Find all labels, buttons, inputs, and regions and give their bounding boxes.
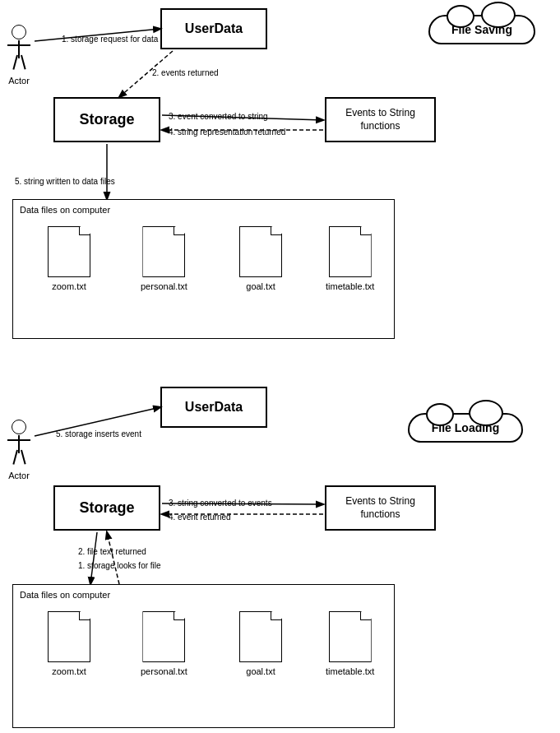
- file-shape-goal-1: [239, 226, 282, 277]
- storage-box-1: Storage: [53, 97, 160, 142]
- userdata-box-2: UserData: [160, 387, 267, 428]
- file-label-timetable-2: timetable.txt: [326, 666, 374, 676]
- arrow-label-1-4: 4. string representation returned: [169, 128, 285, 137]
- actor-leg-right-2: [21, 450, 25, 465]
- diagram-2-section: File Loading Actor UserData Storage Even…: [0, 370, 560, 733]
- cloud-file-loading: File Loading: [408, 413, 523, 443]
- file-shape-timetable-1: [329, 226, 372, 277]
- file-corner-goal-1: [271, 227, 281, 235]
- file-label-timetable-1: timetable.txt: [326, 281, 374, 291]
- actor-2: Actor: [12, 420, 26, 453]
- file-corner-zoom-2: [79, 612, 90, 620]
- file-label-zoom-1: zoom.txt: [52, 281, 86, 291]
- actor-label-1: Actor: [8, 76, 30, 86]
- storage-box-2: Storage: [53, 485, 160, 531]
- file-icon-timetable-2: timetable.txt: [326, 611, 374, 676]
- arrow-label-2-1: 1. storage looks for file: [78, 561, 161, 570]
- file-icon-goal-1: goal.txt: [239, 226, 282, 291]
- actor-label-2: Actor: [8, 471, 30, 480]
- arrow-label-1-1: 1. storage request for data: [62, 35, 158, 44]
- file-shape-personal-2: [142, 611, 185, 662]
- file-shape-timetable-2: [329, 611, 372, 662]
- file-corner-timetable-1: [360, 227, 371, 235]
- file-shape-goal-2: [239, 611, 282, 662]
- file-label-zoom-2: zoom.txt: [52, 666, 86, 676]
- file-shape-zoom-2: [48, 611, 90, 662]
- file-corner-zoom-1: [79, 227, 90, 235]
- arrow-label-2-3: 3. string converted to events: [169, 499, 272, 508]
- actor-body-2: [18, 435, 20, 453]
- arrow-label-1-5: 5. string written to data files: [15, 177, 115, 186]
- file-label-goal-2: goal.txt: [246, 666, 275, 676]
- actor-head-2: [12, 420, 26, 434]
- file-label-goal-1: goal.txt: [246, 281, 275, 291]
- cloud-file-saving: File Saving: [428, 15, 535, 44]
- arrow-label-2-5: 5. storage inserts event: [56, 429, 141, 438]
- svg-line-8: [107, 532, 119, 584]
- actor-body-1: [18, 40, 20, 58]
- file-corner-timetable-2: [360, 612, 371, 620]
- file-label-personal-1: personal.txt: [141, 281, 187, 291]
- file-shape-zoom-1: [48, 226, 90, 277]
- file-corner-personal-1: [174, 227, 184, 235]
- files-container-2: Data files on computer zoom.txt personal…: [12, 584, 395, 728]
- file-shape-personal-1: [142, 226, 185, 277]
- file-icon-zoom-1: zoom.txt: [48, 226, 90, 291]
- svg-line-9: [90, 532, 97, 584]
- file-label-personal-2: personal.txt: [141, 666, 187, 676]
- actor-leg-right-1: [21, 55, 25, 70]
- arrow-label-2-4: 4. event returned: [169, 513, 231, 522]
- actor-arms-1: [7, 44, 30, 46]
- file-icon-goal-2: goal.txt: [239, 611, 282, 676]
- actor-1: Actor: [12, 25, 26, 58]
- file-icon-personal-2: personal.txt: [141, 611, 187, 676]
- userdata-box-1: UserData: [160, 8, 267, 49]
- actor-leg-left-2: [12, 450, 17, 465]
- file-icon-timetable-1: timetable.txt: [326, 226, 374, 291]
- actor-arms-2: [7, 439, 30, 441]
- file-icon-zoom-2: zoom.txt: [48, 611, 90, 676]
- events-to-string-box-2: Events to String functions: [325, 485, 436, 531]
- files-container-label-2: Data files on computer: [20, 590, 110, 600]
- file-corner-goal-2: [271, 612, 281, 620]
- events-to-string-box-1: Events to String functions: [325, 97, 436, 142]
- diagram-1-section: File Saving Actor UserData Storage Event…: [0, 0, 560, 362]
- actor-leg-left-1: [12, 55, 17, 70]
- files-container-1: Data files on computer zoom.txt personal…: [12, 199, 395, 339]
- file-icon-personal-1: personal.txt: [141, 226, 187, 291]
- arrow-label-2-2: 2. file text returned: [78, 547, 146, 556]
- arrow-label-1-3: 3. event converted to string: [169, 112, 268, 121]
- actor-head-1: [12, 25, 26, 39]
- arrow-label-1-2: 2. events returned: [152, 68, 219, 77]
- file-corner-personal-2: [174, 612, 184, 620]
- files-container-label-1: Data files on computer: [20, 205, 110, 215]
